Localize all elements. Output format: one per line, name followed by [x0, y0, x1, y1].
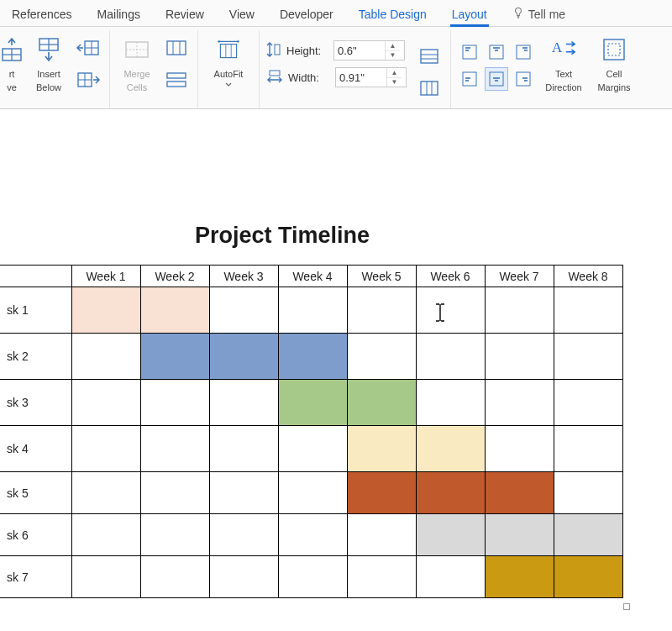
insert-above-button[interactable]: rt ve — [0, 32, 24, 92]
insert-right-button[interactable] — [74, 66, 102, 94]
merge-cells-label1: Merge — [123, 69, 150, 79]
svg-rect-15 — [167, 41, 186, 55]
svg-rect-24 — [270, 71, 280, 76]
table-row[interactable]: sk 3 — [0, 380, 622, 426]
insert-below-icon — [35, 34, 62, 66]
lightbulb-icon — [512, 7, 524, 21]
tab-view[interactable]: View — [228, 3, 256, 26]
group-rows-columns: rt ve Insert Below — [0, 30, 110, 108]
svg-rect-50 — [604, 39, 624, 60]
tab-layout[interactable]: Layout — [450, 3, 489, 26]
svg-rect-25 — [421, 50, 438, 63]
text-direction-label2: Direction — [545, 82, 581, 92]
svg-rect-43 — [490, 72, 503, 86]
alignment-grid — [458, 32, 535, 91]
table-resize-handle[interactable] — [623, 603, 630, 610]
height-icon — [266, 41, 281, 60]
col-week2[interactable]: Week 2 — [140, 266, 209, 287]
text-cursor-icon — [433, 302, 447, 323]
svg-text:A: A — [552, 39, 563, 55]
svg-rect-46 — [517, 72, 530, 86]
align-middle-center[interactable] — [485, 67, 508, 91]
merge-cells-icon — [123, 34, 150, 66]
height-up[interactable]: ▲ — [386, 41, 400, 51]
width-stepper[interactable]: ▲▼ — [335, 67, 407, 87]
tab-references[interactable]: References — [10, 3, 74, 26]
autofit-button[interactable]: AutoFit — [205, 32, 252, 87]
col-week6[interactable]: Week 6 — [416, 266, 485, 287]
tell-me-label: Tell me — [528, 8, 565, 21]
table-row[interactable]: sk 7 — [0, 556, 622, 598]
insert-above-icon — [0, 34, 25, 66]
col-week5[interactable]: Week 5 — [347, 266, 416, 287]
distribute-rows-button[interactable] — [415, 42, 444, 71]
ribbon-tabs: References Mailings Review View Develope… — [0, 0, 672, 27]
chevron-down-icon — [225, 82, 232, 87]
height-input[interactable] — [334, 41, 385, 60]
group-cell-size: Height: ▲▼ Width: ▲▼ — [260, 30, 451, 108]
insert-above-label2: ve — [7, 82, 17, 92]
text-direction-icon: A — [550, 34, 577, 66]
insert-below-label1: Insert — [37, 69, 60, 79]
page-title: Project Timeline — [0, 223, 370, 249]
split-table-button[interactable] — [162, 66, 191, 94]
document-canvas[interactable]: Project Timeline Week 1 Week 2 Week 3 We… — [0, 143, 672, 631]
col-week8[interactable]: Week 8 — [554, 266, 622, 287]
height-stepper[interactable]: ▲▼ — [333, 40, 405, 60]
text-direction-button[interactable]: A Text Direction — [540, 32, 587, 92]
cell-margins-label2: Margins — [597, 82, 630, 92]
ribbon: rt ve Insert Below — [0, 27, 672, 109]
split-cells-button[interactable] — [162, 34, 191, 62]
tab-mailings[interactable]: Mailings — [96, 3, 142, 26]
group-autofit: AutoFit — [198, 30, 260, 108]
width-up[interactable]: ▲ — [387, 68, 402, 78]
tab-developer[interactable]: Developer — [278, 3, 335, 26]
col-week1[interactable]: Week 1 — [71, 266, 140, 287]
text-direction-label1: Text — [555, 69, 572, 79]
cell-margins-button[interactable]: Cell Margins — [592, 32, 636, 92]
insert-below-label2: Below — [36, 82, 61, 92]
tab-review[interactable]: Review — [164, 3, 206, 26]
height-label: Height: — [286, 45, 328, 57]
align-middle-right[interactable] — [512, 67, 535, 91]
svg-rect-20 — [220, 45, 236, 58]
insert-left-button[interactable] — [74, 34, 102, 62]
height-down[interactable]: ▼ — [386, 51, 400, 60]
table-row[interactable]: sk 4 — [0, 426, 622, 472]
group-merge: Merge Cells — [110, 30, 198, 108]
insert-above-label1: rt — [9, 69, 15, 79]
col-week7[interactable]: Week 7 — [485, 266, 554, 287]
width-down[interactable]: ▼ — [387, 78, 402, 87]
timeline-table[interactable]: Week 1 Week 2 Week 3 Week 4 Week 5 Week … — [0, 265, 623, 598]
svg-rect-28 — [421, 82, 438, 95]
table-row[interactable]: sk 5 — [0, 472, 622, 514]
col-week4[interactable]: Week 4 — [278, 266, 347, 287]
table-header-row: Week 1 Week 2 Week 3 Week 4 Week 5 Week … — [0, 266, 622, 287]
svg-rect-19 — [167, 82, 186, 87]
table-row[interactable]: sk 1 — [0, 287, 622, 334]
cell-margins-label1: Cell — [606, 69, 622, 79]
align-middle-left[interactable] — [458, 67, 481, 91]
align-top-right[interactable] — [512, 40, 535, 64]
align-top-center[interactable] — [485, 40, 508, 64]
cell-margins-icon — [601, 34, 627, 66]
width-label: Width: — [288, 71, 330, 84]
col-week3[interactable]: Week 3 — [209, 266, 278, 287]
svg-rect-18 — [167, 73, 186, 78]
svg-rect-51 — [608, 44, 620, 55]
autofit-icon — [215, 34, 242, 66]
distribute-columns-button[interactable] — [415, 74, 444, 103]
tab-table-design[interactable]: Table Design — [357, 3, 428, 26]
align-top-left[interactable] — [458, 40, 481, 64]
svg-rect-40 — [463, 72, 476, 86]
svg-rect-23 — [275, 45, 280, 55]
table-row[interactable]: sk 2 — [0, 334, 622, 380]
insert-below-button[interactable]: Insert Below — [29, 32, 69, 92]
merge-cells-label2: Cells — [127, 82, 147, 92]
group-alignment: A Text Direction Cell Margins — [451, 30, 643, 108]
merge-cells-button[interactable]: Merge Cells — [117, 32, 157, 92]
table-row[interactable]: sk 6 — [0, 514, 622, 556]
autofit-label: AutoFit — [214, 69, 244, 79]
tell-me[interactable]: Tell me — [511, 2, 567, 26]
width-input[interactable] — [336, 68, 386, 87]
